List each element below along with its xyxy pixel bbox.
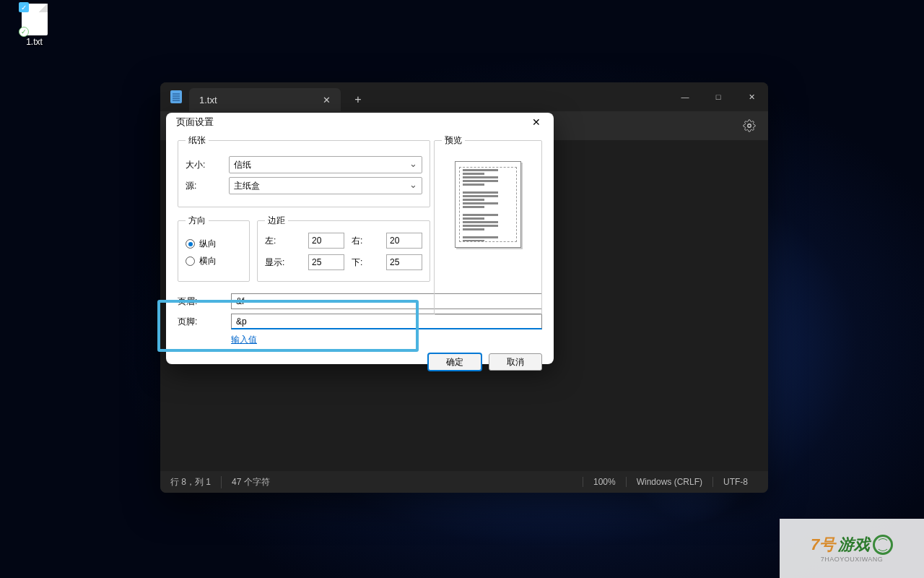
footer-label: 页脚: [178,316,231,328]
margin-bottom-label: 下: [352,256,379,269]
minimize-button[interactable]: — [668,82,702,111]
status-line-ending[interactable]: Windows (CRLF) [626,477,712,487]
ok-button[interactable]: 确定 [428,353,481,371]
footer-input[interactable] [231,314,542,329]
orientation-landscape-radio[interactable]: 横向 [186,255,242,267]
margin-bottom-input[interactable] [386,254,422,270]
paper-fieldset: 纸张 大小: 信纸 源: 主纸盒 [178,134,430,207]
statusbar: 行 8，列 1 47 个字符 100% Windows (CRLF) UTF-8 [160,471,768,493]
paper-source-select[interactable]: 主纸盒 [229,177,422,194]
orientation-portrait-radio[interactable]: 纵向 [186,238,242,250]
status-zoom[interactable]: 100% [583,477,626,487]
header-label: 页眉: [178,296,231,308]
margins-fieldset: 边距 左: 右: 显示: 下: [257,215,430,282]
status-position: 行 8，列 1 [170,476,221,488]
status-char-count: 47 个字符 [221,476,280,488]
notepad-app-icon [170,90,182,103]
cancel-button[interactable]: 取消 [489,353,542,371]
dialog-close-button[interactable]: ✕ [525,113,548,131]
radio-icon [186,239,195,249]
input-values-link[interactable]: 输入值 [231,335,257,345]
txt-file-icon: ✓ ✓ [22,4,48,35]
preview-legend: 预览 [442,134,465,147]
new-tab-button[interactable]: + [346,88,370,111]
margins-legend: 边距 [265,215,288,227]
desktop-file-icon[interactable]: ✓ ✓ 1.txt [11,4,58,47]
titlebar[interactable]: 1.txt ✕ + — □ ✕ [160,82,768,111]
preview-fieldset: 预览 [434,134,542,315]
page-setup-dialog: 页面设置 ✕ 纸张 大小: 信纸 源: 主纸盒 方向 [166,113,554,364]
status-encoding[interactable]: UTF-8 [712,477,758,487]
globe-icon [873,535,893,555]
svg-point-0 [748,124,751,128]
desktop-icon-label: 1.txt [11,37,58,47]
maximize-button[interactable]: □ [702,82,735,111]
orientation-fieldset: 方向 纵向 横向 [178,215,250,282]
gear-icon [743,119,756,132]
tab-title: 1.txt [199,95,319,105]
close-button[interactable]: ✕ [735,82,768,111]
paper-size-label: 大小: [186,159,229,171]
radio-icon [186,256,195,266]
tab-close-icon[interactable]: ✕ [319,92,334,107]
margin-left-label: 左: [265,235,301,247]
dialog-titlebar[interactable]: 页面设置 ✕ [166,113,554,131]
margin-left-input[interactable] [308,233,344,249]
dialog-title: 页面设置 [176,116,214,129]
orientation-legend: 方向 [186,215,209,227]
paper-source-label: 源: [186,180,229,192]
watermark: 7号游戏 7HAOYOUXIWANG [780,519,924,578]
margin-right-label: 右: [352,235,379,247]
margin-top-label: 显示: [265,256,301,269]
margin-top-input[interactable] [308,254,344,270]
paper-legend: 纸张 [186,134,209,147]
preview-page-icon [455,161,521,248]
sync-badge-icon: ✓ [19,2,29,12]
settings-button[interactable] [738,114,761,137]
margin-right-input[interactable] [386,233,422,249]
tab-active[interactable]: 1.txt ✕ [189,88,341,111]
paper-size-select[interactable]: 信纸 [229,156,422,173]
status-badge-icon: ✓ [19,27,29,37]
